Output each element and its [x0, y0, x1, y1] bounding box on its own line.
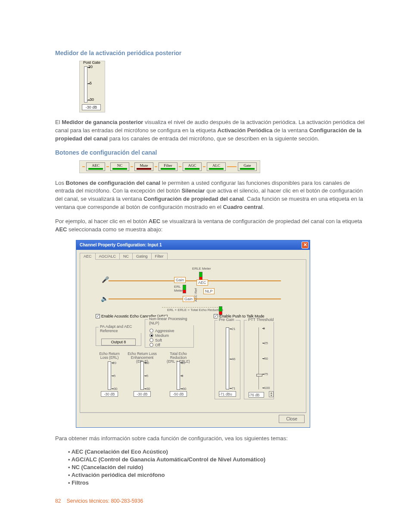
channel-button-strip: AEC NC Mute Filter AGC ALC Gate: [79, 160, 260, 173]
checkbox-icon: ✓: [96, 314, 100, 318]
total-echo-readout: -50 dB: [170, 391, 187, 397]
pregain-meter: -21 -46 -71: [226, 327, 229, 389]
mute-button[interactable]: Mute: [134, 162, 153, 171]
list-item: Activación periódica del micrófono: [68, 472, 368, 478]
nc-button[interactable]: NC: [110, 162, 129, 171]
aec-box: AEC: [196, 280, 208, 286]
footer-service-text: Servicios técnicos: 800-283-5936: [67, 498, 143, 504]
list-item: NC (Cancelación del ruido): [68, 464, 368, 470]
total-echo-label: ERL + ERLE = Total Echo Reduction: [167, 308, 223, 312]
tab-agc-alc[interactable]: AGC/ALC: [95, 253, 120, 260]
nlp-off-radio[interactable]: Off: [149, 343, 193, 347]
pregain-readout: -71 dBu: [219, 391, 236, 397]
topics-list: AEC (Cancelación del Eco Acústico) AGC/A…: [68, 448, 368, 486]
paragraph-postgain: El Medidor de ganancia posterior visuali…: [55, 118, 368, 143]
erl-meter: Echo Return Loss (ERL) 20 -5 -30 -30 dB: [94, 352, 125, 397]
page-footer: 82 Servicios técnicos: 800-283-5936: [55, 498, 368, 504]
gain-box-1: Gain: [174, 277, 186, 283]
post-gate-tick-neg5: -5: [88, 81, 92, 85]
heading-chanbuttons: Botones de configuración del canal: [55, 149, 368, 156]
dialog-tabs: AEC AGC/ALC NC Gating Filter: [80, 252, 306, 259]
speaker-icon: 🔈: [101, 295, 108, 302]
ptt-threshold-spinner[interactable]: ▴▾: [269, 391, 274, 397]
ptt-threshold-group-title: PTT Threshold: [247, 317, 275, 322]
erle-meter: Echo Return Loss Enhancement (ERLE) 20 -…: [127, 352, 158, 397]
post-gate-tick-20: 20: [88, 65, 93, 69]
nlp-box: NLP: [203, 288, 215, 294]
slider-thumb-icon[interactable]: [256, 374, 262, 376]
erl-readout: -30 dB: [101, 391, 118, 397]
mic-icon: 🎤: [102, 276, 109, 283]
pa-adapt-reference-button[interactable]: Output 8: [101, 339, 136, 345]
channel-property-dialog: Channel Property Configuration: Input 1 …: [76, 240, 310, 428]
paragraph-moreinfo: Para obtener más información sobre cada …: [55, 435, 368, 443]
tab-gating[interactable]: Gating: [132, 253, 152, 260]
nlp-group-title: Non-linear Processing (NLP): [148, 317, 196, 325]
page-number: 82: [55, 498, 61, 504]
total-echo-meter: Total Echo Reduction (ERL + ERLE) 50 0 -…: [163, 352, 194, 397]
flow-arrow-icon: [82, 166, 85, 167]
erle-readout: -30 dB: [134, 391, 151, 397]
close-icon[interactable]: ✕: [302, 242, 308, 249]
radio-icon: [149, 338, 153, 342]
aec-ref-label: AEC Ref: [194, 288, 198, 302]
post-gate-bar: [84, 66, 87, 103]
ptt-threshold-readout: -76 dB: [249, 392, 264, 398]
erle-mini-meter-icon: [199, 272, 202, 280]
radio-icon: [149, 343, 153, 347]
post-gate-meter: Post Gate 20 -5 -30 -30 dB: [79, 61, 105, 112]
nlp-aggressive-radio[interactable]: Aggressive: [149, 329, 193, 333]
list-item: AEC (Cancelación del Eco Acústico): [68, 448, 368, 455]
agc-button[interactable]: AGC: [183, 162, 202, 171]
post-gate-readout: -30 dB: [82, 104, 101, 110]
list-item: Filtros: [68, 479, 368, 486]
pregain-group-title: Pre Gain: [218, 317, 236, 322]
nlp-medium-radio[interactable]: Medium: [149, 333, 193, 338]
nlp-soft-radio[interactable]: Soft: [149, 338, 193, 342]
erl-mini-meter-icon: [183, 285, 186, 293]
signal-diagram: 🎤 ERLE Meter Gain AEC ERL Meter AEC Ref …: [93, 264, 293, 311]
radio-icon: [149, 329, 153, 333]
heading-postgate: Medidor de la activación periódica poste…: [55, 50, 368, 56]
post-gate-tick-neg30: -30: [88, 97, 94, 102]
dialog-close-button[interactable]: Close: [279, 415, 305, 423]
total-echo-mini-meter-icon: [219, 306, 222, 315]
erle-meter-label: ERLE Meter: [192, 267, 211, 271]
paragraph-chanbuttons: Los Botones de configuración del canal l…: [55, 179, 368, 212]
post-gate-title: Post Gate: [82, 60, 101, 65]
ptt-threshold-slider[interactable]: 0 -25 -50 -75 -100: [258, 327, 260, 389]
dialog-title-bar[interactable]: Channel Property Configuration: Input 1 …: [76, 240, 310, 250]
filter-button[interactable]: Filter: [159, 162, 177, 171]
gate-button[interactable]: Gate: [238, 162, 257, 171]
list-item: AGC/ALC (Control de Ganancia Automática/…: [68, 456, 368, 463]
gain-box-2: Gain: [183, 296, 194, 302]
aec-button[interactable]: AEC: [86, 162, 105, 171]
dialog-title-text: Channel Property Configuration: Input 1: [80, 243, 162, 247]
tab-aec[interactable]: AEC: [80, 253, 96, 260]
pa-adapt-group-title: PA Adapt and AEC Reference: [99, 324, 143, 333]
radio-icon: [149, 333, 153, 337]
tab-filter[interactable]: Filter: [151, 253, 168, 260]
paragraph-example: Por ejemplo, al hacer clic en el botón A…: [55, 218, 368, 234]
tab-nc[interactable]: NC: [119, 253, 133, 260]
erl-meter-label: ERL Meter: [174, 285, 183, 292]
alc-button[interactable]: ALC: [207, 162, 226, 171]
